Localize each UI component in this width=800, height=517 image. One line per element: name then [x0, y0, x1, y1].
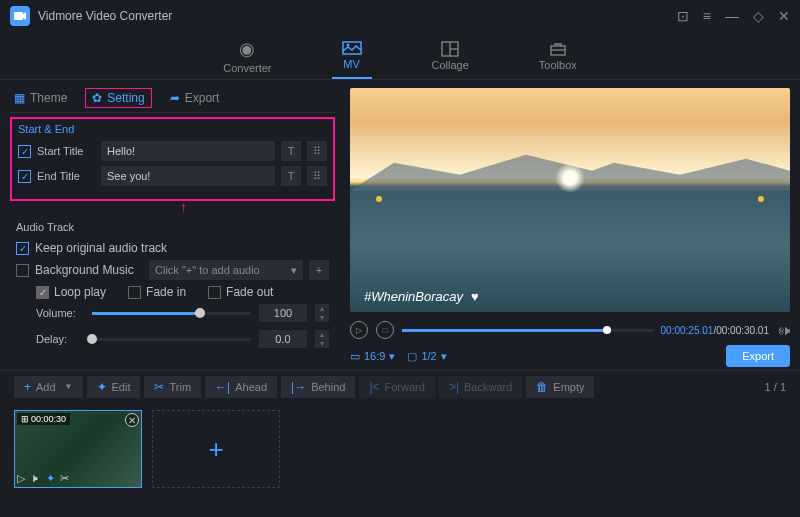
- forward-button[interactable]: |<Forward: [359, 376, 434, 398]
- top-nav: ◉ Converter MV Collage Toolbox: [0, 32, 800, 80]
- menu-icon[interactable]: ≡: [703, 8, 711, 24]
- forward-icon: |<: [369, 380, 379, 394]
- edit-button[interactable]: ✦Edit: [87, 376, 141, 398]
- tab-export[interactable]: ➦ Export: [170, 88, 220, 108]
- bgm-checkbox[interactable]: ✓: [16, 264, 29, 277]
- volume-up-button[interactable]: ▲: [315, 304, 329, 313]
- crop-handle-icon[interactable]: [376, 196, 382, 202]
- svg-rect-0: [14, 12, 23, 20]
- add-button[interactable]: +Add▼: [14, 376, 83, 398]
- overlay-text: #WheninBoracay ♥: [364, 289, 479, 304]
- volume-slider[interactable]: [92, 312, 251, 315]
- theme-icon: ▦: [14, 91, 25, 105]
- add-clip-button[interactable]: +: [152, 410, 280, 488]
- page-count: 1 / 1: [765, 381, 786, 393]
- ahead-icon: ←|: [215, 380, 230, 394]
- end-title-color-button[interactable]: ⠿: [307, 166, 327, 186]
- clip-toolbar: +Add▼ ✦Edit ✂Trim ←|Ahead |→Behind |<For…: [0, 370, 800, 402]
- heart-icon: ♥: [471, 289, 479, 304]
- end-title-checkbox[interactable]: ✓: [18, 170, 31, 183]
- scissors-icon: ✂: [154, 380, 164, 394]
- nav-mv[interactable]: MV: [332, 32, 372, 79]
- close-icon[interactable]: ✕: [778, 8, 790, 24]
- start-title-label: Start Title: [37, 145, 95, 157]
- delay-down-button[interactable]: ▼: [315, 339, 329, 348]
- feedback-icon[interactable]: ⊡: [677, 8, 689, 24]
- keep-audio-checkbox[interactable]: ✓: [16, 242, 29, 255]
- bgm-label: Background Music: [35, 263, 143, 277]
- app-logo-icon: [10, 6, 30, 26]
- export-button[interactable]: Export: [726, 345, 790, 367]
- nav-collage[interactable]: Collage: [422, 32, 479, 79]
- end-title-font-button[interactable]: T: [281, 166, 301, 186]
- start-title-color-button[interactable]: ⠿: [307, 141, 327, 161]
- delay-label: Delay:: [36, 333, 84, 345]
- volume-down-button[interactable]: ▼: [315, 313, 329, 322]
- start-title-checkbox[interactable]: ✓: [18, 145, 31, 158]
- fadeout-checkbox[interactable]: ✓: [208, 286, 221, 299]
- delay-up-button[interactable]: ▲: [315, 330, 329, 339]
- chevron-down-icon: ▼: [65, 382, 73, 391]
- video-preview[interactable]: #WheninBoracay ♥: [350, 88, 790, 312]
- collage-icon: [441, 41, 459, 57]
- start-title-font-button[interactable]: T: [281, 141, 301, 161]
- zoom-icon: ▢: [407, 350, 417, 363]
- progress-slider[interactable]: [402, 329, 653, 332]
- bgm-select[interactable]: Click "+" to add audio▾: [149, 260, 303, 280]
- chevron-down-icon: ▾: [441, 350, 447, 363]
- delay-value[interactable]: 0.0: [259, 330, 307, 348]
- zoom-select[interactable]: ▢1/2▾: [407, 350, 446, 363]
- stop-button[interactable]: □: [376, 321, 394, 339]
- behind-button[interactable]: |→Behind: [281, 376, 355, 398]
- fadein-checkbox[interactable]: ✓: [128, 286, 141, 299]
- film-icon: ⊞: [21, 414, 29, 424]
- clip-thumbnail[interactable]: ⊞00:00:30 ✕ ▷ 🕨 ✦ ✂: [14, 410, 142, 488]
- time-display: 00:00:25.01/00:00:30.01: [661, 325, 769, 336]
- nav-toolbox[interactable]: Toolbox: [529, 32, 587, 79]
- volume-label: Volume:: [36, 307, 84, 319]
- trash-icon: 🗑: [536, 380, 548, 394]
- volume-value[interactable]: 100: [259, 304, 307, 322]
- tab-setting[interactable]: ✿ Setting: [85, 88, 151, 108]
- play-button[interactable]: ▷: [350, 321, 368, 339]
- end-title-input[interactable]: [101, 166, 275, 186]
- behind-icon: |→: [291, 380, 306, 394]
- delay-slider[interactable]: [92, 338, 251, 341]
- nav-converter[interactable]: ◉ Converter: [213, 32, 281, 79]
- start-end-title: Start & End: [18, 123, 327, 135]
- audio-track-title: Audio Track: [16, 221, 329, 233]
- toolbox-icon: [549, 41, 567, 57]
- backward-button[interactable]: >|Backward: [439, 376, 522, 398]
- volume-icon[interactable]: 🕪: [777, 323, 790, 338]
- keep-audio-label: Keep original audio track: [35, 241, 167, 255]
- chevron-down-icon: ▾: [291, 264, 297, 277]
- clip-play-icon[interactable]: ▷: [17, 472, 25, 485]
- loop-checkbox[interactable]: ✓: [36, 286, 49, 299]
- settings-panel: ▦ Theme ✿ Setting ➦ Export Start & End ✓…: [0, 80, 345, 370]
- title-bar: Vidmore Video Converter ⊡ ≡ ― ◇ ✕: [0, 0, 800, 32]
- converter-icon: ◉: [239, 38, 255, 60]
- start-title-input[interactable]: [101, 141, 275, 161]
- aspect-ratio-select[interactable]: ▭16:9▾: [350, 350, 395, 363]
- preview-panel: #WheninBoracay ♥ ▷ □ 00:00:25.01/00:00:3…: [345, 80, 800, 370]
- clip-remove-button[interactable]: ✕: [125, 413, 139, 427]
- minimize-icon[interactable]: ―: [725, 8, 739, 24]
- tab-theme[interactable]: ▦ Theme: [14, 88, 67, 108]
- ahead-button[interactable]: ←|Ahead: [205, 376, 277, 398]
- clip-trim-icon[interactable]: ✂: [60, 472, 69, 485]
- empty-button[interactable]: 🗑Empty: [526, 376, 594, 398]
- app-title: Vidmore Video Converter: [38, 9, 677, 23]
- add-audio-button[interactable]: +: [309, 260, 329, 280]
- crop-handle-icon[interactable]: [758, 196, 764, 202]
- svg-point-2: [346, 43, 349, 46]
- clip-tray: ⊞00:00:30 ✕ ▷ 🕨 ✦ ✂ +: [0, 402, 800, 497]
- gear-icon: ✿: [92, 91, 102, 105]
- clip-duration: ⊞00:00:30: [17, 413, 70, 425]
- maximize-icon[interactable]: ◇: [753, 8, 764, 24]
- clip-mute-icon[interactable]: 🕨: [30, 472, 41, 485]
- clip-effect-icon[interactable]: ✦: [46, 472, 55, 485]
- start-end-section: Start & End ✓ Start Title T ⠿ ✓ End Titl…: [10, 117, 335, 201]
- trim-button[interactable]: ✂Trim: [144, 376, 201, 398]
- audio-track-section: Audio Track ✓ Keep original audio track …: [10, 215, 335, 348]
- aspect-icon: ▭: [350, 350, 360, 363]
